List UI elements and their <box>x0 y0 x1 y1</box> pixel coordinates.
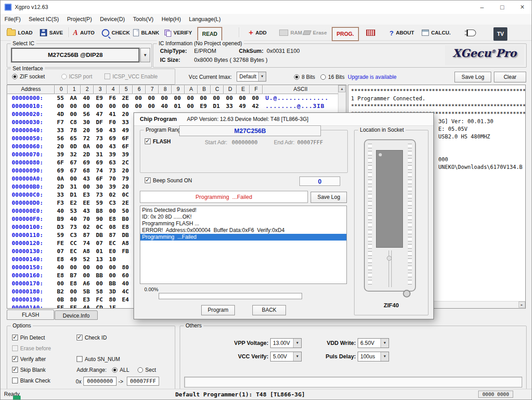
program-log-item[interactable]: Pins Detected Passed! <box>140 207 346 214</box>
hex-byte[interactable]: CC <box>68 239 81 247</box>
addr-range-all-radio[interactable]: ALL <box>112 367 129 373</box>
blank-check-checkbox[interactable]: Blank Check <box>12 378 50 384</box>
ic-dropdown-button[interactable]: ▼ <box>140 48 150 62</box>
hex-byte[interactable]: 31 <box>68 183 81 191</box>
hex-byte[interactable]: 00 <box>250 94 263 102</box>
hex-byte[interactable]: 67 <box>68 159 81 167</box>
program-log-item[interactable]: Programming FLASH ... <box>140 220 346 227</box>
dialog-save-log-button[interactable]: Save Log <box>311 192 347 203</box>
program-log-list[interactable]: Pins Detected Passed!ID: 0x 20 8D ......… <box>140 206 347 284</box>
hex-byte[interactable]: A8 <box>120 239 133 247</box>
hex-byte[interactable]: 2D <box>81 151 94 159</box>
auto-sn-checkbox[interactable]: Auto SN_NUM <box>77 356 120 362</box>
vpp-voltage-select[interactable]: 13.00V▼ <box>270 338 302 348</box>
hex-byte[interactable]: 58 <box>94 288 107 296</box>
hex-byte[interactable]: 67 <box>68 167 81 175</box>
hex-byte[interactable]: 00 <box>185 94 198 102</box>
hex-byte[interactable]: 0A <box>55 175 68 183</box>
hex-byte[interactable]: 63 <box>107 159 120 167</box>
hex-byte[interactable]: E3 <box>81 191 94 199</box>
hex-byte[interactable]: DB <box>94 231 107 239</box>
hex-byte[interactable]: 00 <box>146 102 159 110</box>
hex-byte[interactable]: 00 <box>211 94 224 102</box>
hex-byte[interactable]: 00 <box>68 102 81 110</box>
verify-after-checkbox[interactable]: Verify after <box>12 356 46 362</box>
hex-byte[interactable]: B2 <box>55 288 68 296</box>
hex-byte[interactable]: B7 <box>68 271 81 280</box>
hex-byte[interactable]: 40 <box>68 215 81 223</box>
load-button[interactable]: LOAD <box>7 27 33 38</box>
hex-byte[interactable]: C3 <box>107 199 120 207</box>
hex-byte[interactable]: EC <box>107 239 120 247</box>
hex-row[interactable]: 00000000:55AA40E9F62E0000000000000000000… <box>7 94 338 102</box>
hex-byte[interactable]: 32 <box>68 151 81 159</box>
hex-byte[interactable]: 00 <box>133 102 146 110</box>
hex-byte[interactable]: 39 <box>107 183 120 191</box>
hex-byte[interactable]: E8 <box>68 280 81 288</box>
hex-byte[interactable]: 87 <box>81 231 94 239</box>
hex-byte[interactable]: B8 <box>94 207 107 215</box>
back-button[interactable]: BACK <box>252 305 286 315</box>
hex-byte[interactable]: 02 <box>81 223 94 231</box>
hex-byte[interactable]: D1 <box>211 102 224 110</box>
hex-byte[interactable]: 00 <box>81 183 94 191</box>
menu-item[interactable]: Device(D) <box>96 14 129 25</box>
hex-byte[interactable]: 00 <box>198 94 211 102</box>
hex-byte[interactable]: 70 <box>81 215 94 223</box>
hex-byte[interactable]: 01 <box>94 247 107 255</box>
hex-byte[interactable]: 73 <box>68 223 81 231</box>
close-button[interactable]: × <box>512 0 532 14</box>
hex-byte[interactable]: 42 <box>250 102 263 110</box>
hex-byte[interactable]: 70 <box>107 175 120 183</box>
hex-byte[interactable]: 50 <box>94 126 107 134</box>
selected-ic-combobox[interactable]: M27C256B @DIP28 <box>11 48 139 62</box>
hex-byte[interactable]: 79 <box>120 175 133 183</box>
hex-byte[interactable]: E8 <box>55 255 68 263</box>
hex-byte[interactable]: 30 <box>94 183 107 191</box>
hex-byte[interactable]: EC <box>68 247 81 255</box>
hex-byte[interactable]: 00 <box>133 94 146 102</box>
hex-byte[interactable]: 3D <box>107 288 120 296</box>
hex-byte[interactable]: 87 <box>107 231 120 239</box>
hex-byte[interactable]: B0 <box>120 215 133 223</box>
hex-byte[interactable]: 00 <box>81 102 94 110</box>
hex-byte[interactable]: 0C <box>94 223 107 231</box>
dialog-title-bar[interactable]: Chip Program APP Version: 12.63 Device M… <box>134 113 433 126</box>
bits8-radio[interactable]: 8 Bits <box>294 74 315 80</box>
hex-byte[interactable]: 4C <box>120 288 133 296</box>
hex-byte[interactable]: BB <box>94 271 107 280</box>
hex-byte[interactable]: BB <box>107 280 120 288</box>
blank-button[interactable]: BLANK <box>133 27 159 38</box>
hex-byte[interactable]: F7 <box>55 118 68 126</box>
hex-byte[interactable]: 00 <box>94 142 107 151</box>
hex-byte[interactable]: 69 <box>81 159 94 167</box>
hex-byte[interactable]: 90 <box>94 215 107 223</box>
hex-byte[interactable]: 13 <box>94 255 107 263</box>
clear-button[interactable]: Clear <box>494 72 526 82</box>
hex-byte[interactable]: 20 <box>120 183 133 191</box>
hex-byte[interactable]: 10 <box>107 255 120 263</box>
hex-byte[interactable]: 43 <box>81 175 94 183</box>
hex-byte[interactable]: 41 <box>107 110 120 118</box>
hex-byte[interactable]: CD <box>94 304 107 308</box>
hex-byte[interactable]: 00 <box>159 94 172 102</box>
hex-byte[interactable]: 80 <box>120 263 133 271</box>
hex-byte[interactable]: E2 <box>68 199 81 207</box>
hex-byte[interactable]: 20 <box>120 167 133 175</box>
hex-byte[interactable]: 5B <box>81 288 94 296</box>
hex-byte[interactable]: 4D <box>55 110 68 118</box>
hex-byte[interactable]: E8 <box>120 223 133 231</box>
hex-byte[interactable]: 00 <box>172 94 185 102</box>
tab-flash[interactable]: FLASH <box>7 310 54 320</box>
hex-byte[interactable]: 0B <box>55 296 68 304</box>
puls-delay-select[interactable]: 100us▼ <box>358 352 389 361</box>
hex-byte[interactable]: 74 <box>81 239 94 247</box>
scroll-right-icon[interactable]: ► <box>519 301 525 308</box>
hex-byte[interactable]: 00 <box>68 110 81 118</box>
hex-byte[interactable]: E8 <box>55 271 68 280</box>
pin-detect-checkbox[interactable]: Pin Detect <box>12 335 45 341</box>
tab-device-info[interactable]: Device.Info <box>55 310 98 320</box>
hex-byte[interactable]: 00 <box>107 263 120 271</box>
menu-item[interactable]: Language(L) <box>185 14 225 25</box>
hex-byte[interactable]: D3 <box>55 223 68 231</box>
